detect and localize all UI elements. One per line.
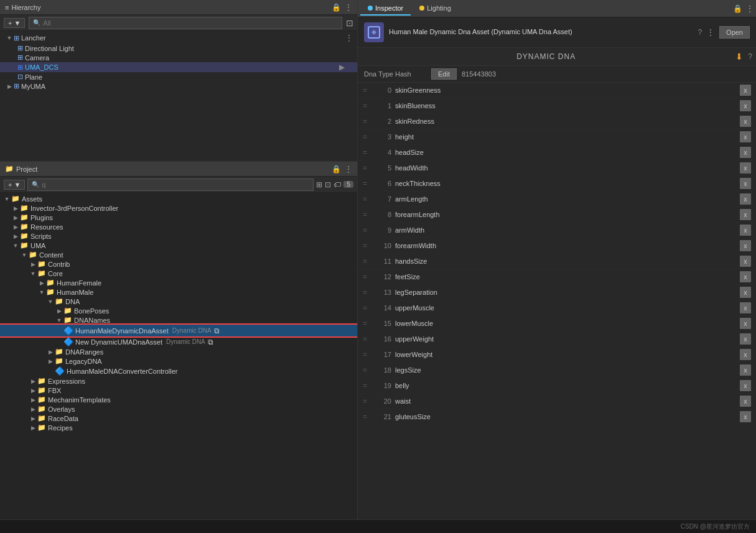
project-item-humanmale[interactable]: ▼ 📁 HumanMale [0, 287, 357, 297]
hierarchy-item-camera[interactable]: ⊞ Camera [0, 53, 357, 62]
assets-label: Assets [22, 195, 42, 203]
hierarchy-extra-icon[interactable]: ⊡ [346, 18, 353, 28]
project-item-mechanimtemplates[interactable]: ▶ 📁 MechanimTemplates [0, 395, 357, 404]
dna-row-delete-12[interactable]: x [740, 271, 751, 282]
dna-row-delete-3[interactable]: x [740, 131, 751, 142]
project-item-uma[interactable]: ▼ 📁 UMA [0, 241, 357, 250]
inspector-dots-icon[interactable]: ⋮ [746, 4, 754, 13]
open-button[interactable]: Open [719, 26, 750, 39]
project-item-humanfemale[interactable]: ▶ 📁 HumanFemale [0, 278, 357, 287]
project-item-content[interactable]: ▼ 📁 Content [0, 250, 357, 259]
invector-expand-icon: ▶ [11, 205, 20, 211]
project-lock-icon[interactable]: 🔒 [332, 165, 341, 174]
project-item-dnanames[interactable]: ▼ 📁 DNANames [0, 315, 357, 325]
dna-row-delete-14[interactable]: x [740, 302, 751, 313]
dna-download-icon[interactable]: ⬇ [735, 52, 743, 62]
dna-row-delete-15[interactable]: x [740, 318, 751, 329]
dna-row-delete-18[interactable]: x [740, 364, 751, 376]
project-view-icon[interactable]: ⊞ [316, 180, 322, 189]
hierarchy-item-uma-dcs[interactable]: ⊞ UMA_DCS ▶ [0, 62, 357, 72]
hierarchy-item-myuma[interactable]: ▶ ⊞ MyUMA [0, 81, 357, 91]
project-item-resources[interactable]: ▶ 📁 Resources [0, 222, 357, 231]
edit-button[interactable]: Edit [431, 68, 457, 80]
dna-row-delete-7[interactable]: x [740, 193, 751, 205]
tab-lighting[interactable]: Lighting [412, 2, 459, 16]
project-item-dnaranges[interactable]: ▶ 📁 DNARanges [0, 347, 357, 356]
dna-row-delete-4[interactable]: x [740, 147, 751, 158]
dna-row-delete-0[interactable]: x [740, 85, 751, 96]
project-item-humanmaledynamicdnaasset[interactable]: 🔷 HumanMaleDynamicDnaAsset Dynamic DNA ⧉ [0, 325, 357, 336]
project-item-fbx[interactable]: ▶ 📁 FBX [0, 386, 357, 395]
dna-row-delete-11[interactable]: x [740, 256, 751, 267]
hierarchy-item-directional-light[interactable]: ⊞ Directional Light [0, 44, 357, 53]
uma-dcs-arrow-icon: ▶ [339, 63, 345, 72]
dna-row-delete-8[interactable]: x [740, 209, 751, 220]
project-item-plugins[interactable]: ▶ 📁 Plugins [0, 213, 357, 222]
dna-row-delete-20[interactable]: x [740, 396, 751, 407]
camera-icon: ⊞ [17, 53, 23, 62]
core-collapse-icon: ▼ [29, 271, 37, 277]
project-dots-icon[interactable]: ⋮ [345, 165, 352, 174]
project-item-humanmalednaconvertercontroller[interactable]: 🔷 HumanMaleDNAConverterController [0, 366, 357, 376]
inspector-header-dots-icon[interactable]: ⋮ [707, 28, 714, 37]
dna-row-delete-1[interactable]: x [740, 100, 751, 111]
project-add-button[interactable]: + ▼ [4, 180, 25, 190]
project-item-boneposes[interactable]: ▶ 📁 BonePoses [0, 306, 357, 315]
project-item-expressions[interactable]: ▶ 📁 Expressions [0, 376, 357, 386]
dna-row-name-11: handsSize [395, 257, 736, 265]
expressions-label: Expressions [48, 378, 85, 385]
invector-folder-icon: 📁 [20, 204, 29, 212]
dna-row-num-10: 10 [376, 242, 391, 249]
tab-inspector[interactable]: Inspector [360, 2, 411, 16]
project-item-assets[interactable]: ▼ 📁 Assets [0, 194, 357, 203]
dna-list-item: = 21 gluteusSize x [358, 409, 756, 425]
dna-row-delete-6[interactable]: x [740, 178, 751, 189]
hierarchy-item-plane[interactable]: ⊡ Plane [0, 72, 357, 81]
dna-row-handle-8: = [363, 210, 373, 219]
dna-row-delete-9[interactable]: x [740, 225, 751, 236]
dna-row-delete-16[interactable]: x [740, 333, 751, 345]
project-item-invector[interactable]: ▶ 📁 Invector-3rdPersonController [0, 203, 357, 213]
project-item-recipes[interactable]: ▶ 📁 Recipes [0, 423, 357, 432]
humanfemale-label: HumanFemale [57, 279, 101, 287]
dna-row-handle-5: = [363, 164, 373, 172]
project-filter-icon[interactable]: ⊡ [325, 180, 331, 189]
hierarchy-search-input[interactable] [43, 19, 338, 27]
project-item-dna[interactable]: ▼ 📁 DNA [0, 297, 357, 306]
dna-row-delete-19[interactable]: x [740, 380, 751, 391]
inspector-help-icon[interactable]: ? [698, 28, 702, 37]
overlays-label: Overlays [48, 406, 75, 413]
dna-row-delete-10[interactable]: x [740, 240, 751, 251]
project-item-overlays[interactable]: ▶ 📁 Overlays [0, 404, 357, 414]
lancher-dots-icon[interactable]: ⋮ [345, 33, 353, 43]
hierarchy-dots-icon[interactable]: ⋮ [345, 3, 352, 12]
dna-row-delete-2[interactable]: x [740, 116, 751, 127]
project-item-scripts[interactable]: ▶ 📁 Scripts [0, 231, 357, 241]
dna-type-hash-row: Dna Type Hash Edit 815443803 [358, 66, 756, 83]
dna-row-delete-5[interactable]: x [740, 162, 751, 174]
project-item-racedata[interactable]: ▶ 📁 RaceData [0, 414, 357, 423]
project-search-input[interactable] [42, 181, 309, 188]
dna-row-delete-13[interactable]: x [740, 287, 751, 298]
project-item-core[interactable]: ▼ 📁 Core [0, 269, 357, 278]
racedata-folder-icon: 📁 [37, 414, 46, 422]
dna-list-item: = 16 upperWeight x [358, 331, 756, 347]
newdynamicdna-tag: Dynamic DNA [166, 338, 205, 345]
inspector-lock-icon[interactable]: 🔒 [733, 4, 742, 13]
dna-help-icon[interactable]: ? [748, 52, 752, 61]
hierarchy-search-bar[interactable]: 🔍 [29, 17, 342, 29]
project-item-contrib[interactable]: ▶ 📁 Contrib [0, 259, 357, 269]
hierarchy-lock-icon[interactable]: 🔒 [332, 3, 341, 12]
contrib-expand-icon: ▶ [29, 261, 37, 267]
dna-row-delete-17[interactable]: x [740, 349, 751, 360]
project-tag-icon[interactable]: 🏷 [334, 180, 341, 189]
project-search-bar[interactable]: 🔍 [27, 178, 314, 191]
dna-row-delete-21[interactable]: x [740, 411, 751, 422]
dna-section-title: DYNAMIC DNA [516, 52, 576, 61]
hierarchy-add-button[interactable]: + ▼ [4, 18, 25, 28]
dnanames-collapse-icon: ▼ [55, 317, 63, 323]
project-item-newdynamicumadnaasset[interactable]: 🔷 New DynamicUMADnaAsset Dynamic DNA ⧉ [0, 336, 357, 347]
project-item-legacydna[interactable]: ▶ 📁 LegacyDNA [0, 356, 357, 366]
hierarchy-item-lancher[interactable]: ▼ ⊞ Lancher ⋮ [0, 32, 357, 44]
dna-list-item: = 15 lowerMuscle x [358, 316, 756, 331]
